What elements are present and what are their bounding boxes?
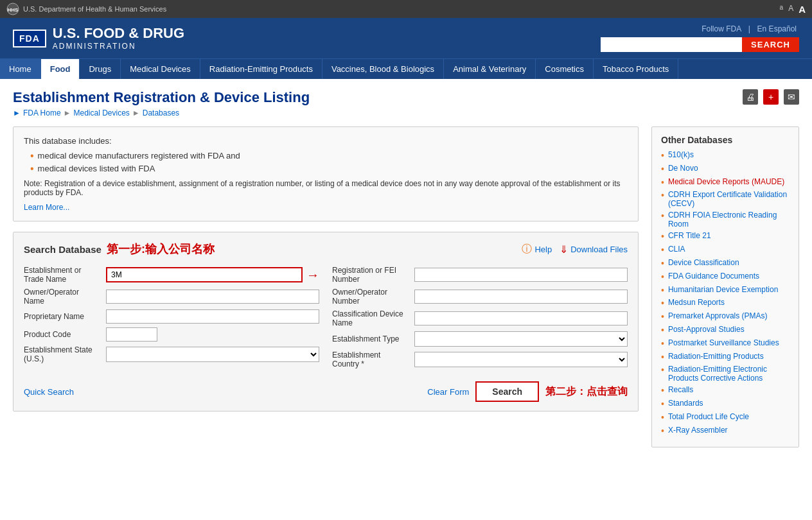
email-icon[interactable]: ✉	[784, 89, 799, 105]
sidebar-link-17[interactable]: Standards	[668, 399, 703, 408]
font-size-large[interactable]: A	[799, 4, 806, 15]
search-box-header: Search Database 第一步:输入公司名称 ⓘ Help ⇓ Down…	[24, 241, 628, 257]
main-title: U.S. FOOD & DRUG	[53, 26, 184, 41]
nav-item-food[interactable]: Food	[41, 59, 80, 79]
breadcrumb-sep-1: ►	[64, 108, 71, 117]
sidebar-link-10[interactable]: Medsun Reports	[668, 298, 725, 307]
establishment-country-label: Establishment Country *	[332, 351, 409, 368]
sidebar-link-5[interactable]: CFR Title 21	[668, 231, 711, 240]
establishment-state-label: Establishment State (U.S.)	[24, 345, 101, 363]
search-box-links: ⓘ Help ⇓ Download Files	[522, 243, 628, 256]
nav-item-animal[interactable]: Animal & Veterinary	[444, 59, 536, 79]
establishment-type-select[interactable]	[414, 331, 628, 347]
sidebar-box: Other Databases 510(k)sDe NovoMedical De…	[651, 126, 799, 447]
sidebar-link-19[interactable]: X-Ray Assembler	[668, 426, 728, 435]
establishment-label: Establishment or Trade Name	[24, 266, 101, 284]
quick-search-link[interactable]: Quick Search	[24, 387, 74, 397]
establishment-country-select[interactable]	[414, 352, 628, 367]
nav-item-drugs[interactable]: Drugs	[80, 59, 121, 79]
sidebar-item: Radiation-Emitting Products	[661, 352, 790, 363]
product-code-input[interactable]	[106, 327, 157, 342]
breadcrumb-sep-2: ►	[132, 108, 140, 117]
chinese-label-2: 第二步：点击查询	[545, 385, 628, 399]
owner-operator-number-row: Owner/Operator Number	[332, 288, 628, 306]
download-icon: ⇓	[560, 243, 568, 256]
font-size-medium[interactable]: A	[788, 4, 793, 15]
sidebar-link-6[interactable]: CLIA	[668, 245, 685, 254]
info-box: This database includes: medical device m…	[13, 126, 639, 221]
info-note: Note: Registration of a device establish…	[24, 179, 628, 197]
breadcrumb-fda-home[interactable]: FDA Home	[23, 108, 61, 117]
page-content: Establishment Registration & Device List…	[0, 79, 812, 458]
form-col-left: Establishment or Trade Name → Owner/Oper…	[24, 266, 319, 372]
classification-input[interactable]	[414, 311, 628, 325]
sidebar-link-2[interactable]: Medical Device Reports (MAUDE)	[668, 177, 784, 186]
search-button[interactable]: Search	[475, 381, 539, 402]
help-link[interactable]: ⓘ Help	[522, 243, 552, 256]
header-search-input[interactable]	[601, 37, 742, 52]
header-right: Follow FDA | En Español SEARCH	[601, 24, 799, 52]
sidebar-link-11[interactable]: Premarket Approvals (PMAs)	[668, 311, 768, 320]
sidebar-item: Post-Approval Studies	[661, 325, 790, 336]
establishment-input[interactable]	[106, 267, 303, 282]
search-box-footer: Quick Search Clear Form Search 第二步：点击查询	[24, 381, 628, 402]
top-bar-agency: HHS U.S. Department of Health & Human Se…	[6, 3, 166, 15]
registration-input[interactable]	[414, 268, 628, 282]
owner-operator-label: Owner/Operator Name	[24, 288, 101, 306]
follow-fda-link[interactable]: Follow FDA	[702, 24, 741, 33]
nav-item-tobacco[interactable]: Tobacco Products	[594, 59, 678, 79]
download-files-link[interactable]: ⇓ Download Files	[560, 243, 628, 256]
registration-label: Registration or FEI Number	[332, 266, 409, 284]
header-search: SEARCH	[601, 37, 799, 52]
sidebar-link-15[interactable]: Radiation-Emitting Electronic Products C…	[668, 365, 790, 383]
sidebar-link-0[interactable]: 510(k)s	[668, 150, 694, 159]
sidebar-link-7[interactable]: Device Classification	[668, 258, 739, 267]
info-intro: This database includes:	[24, 136, 628, 146]
sidebar-item: CDRH FOIA Electronic Reading Room	[661, 211, 790, 229]
classification-row: Classification Device Name	[332, 309, 628, 327]
page-header-icons: 🖨 + ✉	[743, 89, 799, 105]
nav-item-radiation[interactable]: Radiation-Emitting Products	[200, 59, 322, 79]
sidebar-link-14[interactable]: Radiation-Emitting Products	[668, 352, 764, 361]
sidebar-link-1[interactable]: De Novo	[668, 164, 698, 173]
sidebar-link-16[interactable]: Recalls	[668, 385, 693, 394]
sidebar-item: Recalls	[661, 385, 790, 396]
font-size-small[interactable]: a	[780, 4, 784, 15]
sidebar-link-13[interactable]: Postmarket Surveillance Studies	[668, 338, 779, 347]
info-bullet-2: medical devices listed with FDA	[30, 164, 628, 174]
add-icon[interactable]: +	[763, 89, 779, 105]
establishment-type-label: Establishment Type	[332, 334, 409, 343]
establishment-state-select[interactable]	[106, 347, 319, 362]
nav-item-medical-devices[interactable]: Medical Devices	[121, 59, 200, 79]
header-search-button[interactable]: SEARCH	[742, 37, 799, 52]
main-nav: Home Food Drugs Medical Devices Radiatio…	[0, 58, 812, 79]
sidebar-link-4[interactable]: CDRH FOIA Electronic Reading Room	[668, 211, 790, 229]
owner-operator-number-input[interactable]	[414, 290, 628, 304]
owner-operator-input[interactable]	[106, 290, 319, 304]
sidebar-link-3[interactable]: CDRH Export Certificate Validation (CECV…	[668, 190, 790, 208]
nav-item-home[interactable]: Home	[0, 59, 41, 79]
sidebar-link-9[interactable]: Humanitarian Device Exemption	[668, 285, 778, 294]
sidebar-item: Medsun Reports	[661, 298, 790, 309]
learn-more-link[interactable]: Learn More...	[24, 203, 69, 212]
page-title: Establishment Registration & Device List…	[13, 89, 310, 106]
sidebar-link-12[interactable]: Post-Approval Studies	[668, 325, 745, 334]
sidebar-item: CDRH Export Certificate Validation (CECV…	[661, 190, 790, 208]
print-icon[interactable]: 🖨	[743, 89, 758, 105]
nav-item-cosmetics[interactable]: Cosmetics	[536, 59, 594, 79]
clear-form-link[interactable]: Clear Form	[427, 387, 469, 397]
breadcrumb-medical-devices[interactable]: Medical Devices	[73, 108, 129, 117]
proprietary-input[interactable]	[106, 309, 319, 324]
sidebar-link-18[interactable]: Total Product Life Cycle	[668, 412, 749, 421]
sidebar-item: FDA Guidance Documents	[661, 272, 790, 282]
nav-item-vaccines[interactable]: Vaccines, Blood & Biologics	[322, 59, 444, 79]
sidebar-item: Standards	[661, 399, 790, 410]
breadcrumb-databases[interactable]: Databases	[143, 108, 179, 117]
en-espanol-link[interactable]: En Español	[757, 24, 797, 33]
sidebar-list: 510(k)sDe NovoMedical Device Reports (MA…	[661, 150, 790, 437]
footer-right: Clear Form Search 第二步：点击查询	[427, 381, 628, 402]
font-size-controls[interactable]: a A A	[780, 4, 806, 15]
info-bullet-1: medical device manufacturers registered …	[30, 151, 628, 161]
establishment-row: Establishment or Trade Name →	[24, 266, 319, 284]
sidebar-link-8[interactable]: FDA Guidance Documents	[668, 272, 759, 281]
